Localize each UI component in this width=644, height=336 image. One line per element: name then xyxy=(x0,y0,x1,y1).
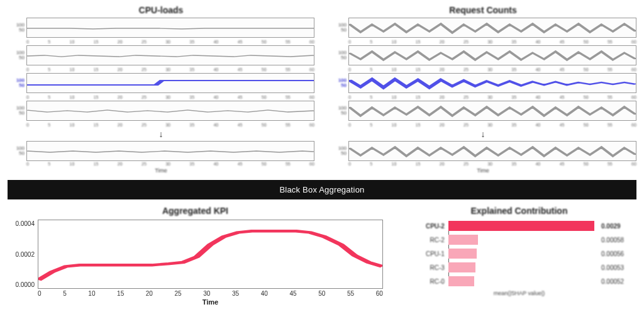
arrow-down-icon: ↓ xyxy=(8,129,314,139)
rc-strip-stack: 10050 051015202530354045505560 10050 051… xyxy=(330,18,636,127)
agg-xlabel: Time xyxy=(38,298,383,306)
agg-xticks: 051015202530354045505560 xyxy=(38,290,383,297)
cpu-xlabel: Time xyxy=(8,167,314,174)
cpu-strip-1-xticks: 051015202530354045505560 xyxy=(26,67,314,72)
top-row: CPU-loads 10050 051015202530354045505560… xyxy=(8,5,636,174)
contrib-title: Explained Contribution xyxy=(402,206,636,216)
rc-strip-1: 10050 xyxy=(330,45,636,65)
rc-strip-last: 10050 xyxy=(330,141,636,161)
agg-title: Aggregated KPI xyxy=(8,206,383,216)
request-counts-title: Request Counts xyxy=(330,5,636,15)
rc-strip-3: 10050 xyxy=(330,101,636,121)
contrib-bar-0: CPU-2 0.0029 xyxy=(407,221,631,231)
contribution-panel: Explained Contribution CPU-2 0.0029 RC-2… xyxy=(402,206,636,299)
contrib-bar-3: RC-3 0.00053 xyxy=(407,262,631,272)
cpu-strip-0-xticks: 051015202530354045505560 xyxy=(26,39,314,44)
agg-yticks: 0.0004 0.0002 0.0000 xyxy=(8,220,37,288)
cpu-strip-stack: 10050 051015202530354045505560 10050 051… xyxy=(8,18,314,127)
contrib-xlabel: mean(|SHAP value|) xyxy=(407,290,631,296)
agg-plot: 0.0004 0.0002 0.0000 xyxy=(38,220,383,289)
contrib-bars: CPU-2 0.0029 RC-2 0.00058 CPU-1 0.00056 … xyxy=(402,218,636,299)
cpu-loads-title: CPU-loads xyxy=(8,5,314,15)
request-counts-column: Request Counts 10050 0510152025303540455… xyxy=(330,5,636,174)
blackbox-banner: Black Box Aggregation xyxy=(8,180,636,199)
cpu-strip-2-highlighted: 10050 xyxy=(8,73,314,93)
aggregated-kpi-panel: Aggregated KPI 0.0004 0.0002 0.0000 KPI … xyxy=(8,206,383,306)
cpu-strip-3-xticks: 051015202530354045505560 xyxy=(26,122,314,127)
contrib-bar-2: CPU-1 0.00056 xyxy=(407,249,631,259)
arrow-down-icon: ↓ xyxy=(330,129,636,139)
cpu-strip-2-xticks: 051015202530354045505560 xyxy=(26,94,314,99)
rc-strip-0: 10050 xyxy=(330,18,636,38)
cpu-strip-0: 10050 xyxy=(8,18,314,38)
bottom-row: Aggregated KPI 0.0004 0.0002 0.0000 KPI … xyxy=(8,206,636,306)
contrib-bar-1: RC-2 0.00058 xyxy=(407,235,631,245)
cpu-strip-last: 10050 xyxy=(8,141,314,161)
cpu-strip-last-xticks: 051015202530354045505560 xyxy=(26,161,314,166)
rc-xlabel: Time xyxy=(330,167,636,174)
cpu-strip-1: 10050 xyxy=(8,45,314,65)
cpu-loads-column: CPU-loads 10050 051015202530354045505560… xyxy=(8,5,314,174)
contrib-bar-4: RC-0 0.00052 xyxy=(407,276,631,286)
cpu-strip-3: 10050 xyxy=(8,101,314,121)
rc-strip-2-highlighted: 10050 xyxy=(330,73,636,93)
